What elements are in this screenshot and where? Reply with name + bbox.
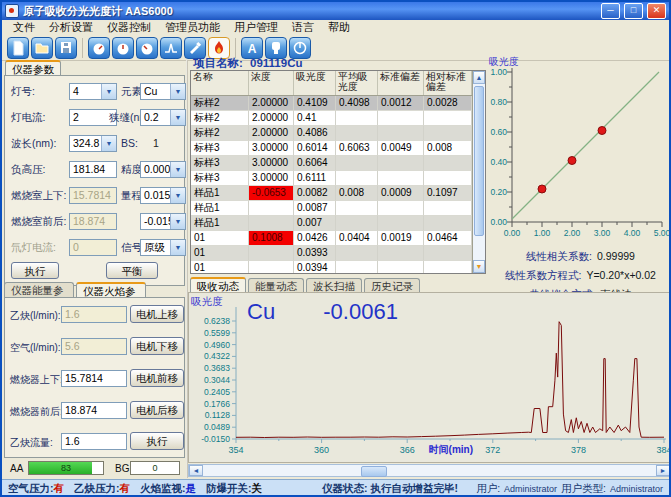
wavelength-scan-button[interactable]: [160, 37, 182, 59]
d2-lamp-current-label: 氘灯电流:: [11, 241, 56, 255]
chevron-down-icon[interactable]: ▼: [101, 84, 116, 99]
menu-item[interactable]: 语言: [285, 20, 321, 35]
chevron-down-icon[interactable]: ▼: [170, 110, 185, 125]
motor-back-button[interactable]: 电机后移: [130, 401, 184, 419]
table-cell: [378, 126, 424, 141]
table-cell: 0.1097: [424, 186, 472, 201]
scroll-down-icon[interactable]: ▼: [473, 260, 485, 273]
range-offset-combo[interactable]: -0.0150▼: [140, 213, 186, 230]
burner-frontback-field[interactable]: 18.874: [61, 402, 127, 419]
table-row[interactable]: 标样22.000000.41090.40980.00120.0028: [191, 96, 472, 111]
burner-updown-label: 燃烧器上下:: [10, 373, 63, 387]
chevron-down-icon[interactable]: ▼: [170, 188, 185, 203]
lamp-gauge-icon: [91, 40, 107, 56]
save-button[interactable]: [55, 37, 77, 59]
table-row[interactable]: 010.0394: [191, 261, 472, 274]
dynamics-x-label: 时间(min): [429, 444, 473, 455]
status-flag: 空气压力:有: [8, 482, 64, 496]
table-cell: [336, 201, 378, 216]
table-cell: 0.41: [294, 111, 336, 126]
chart-horizontal-scrollbar[interactable]: ◄ ►: [188, 464, 671, 477]
svg-text:3.00: 3.00: [594, 228, 611, 238]
table-row[interactable]: 样品10.0087: [191, 201, 472, 216]
table-row[interactable]: 010.10080.04260.04040.00190.0464: [191, 231, 472, 246]
flame-execute-button[interactable]: 执行: [130, 432, 184, 450]
svg-text:0.60: 0.60: [490, 127, 507, 137]
close-button[interactable]: ✕: [647, 3, 666, 19]
burner-updown-field[interactable]: 15.7814: [61, 370, 127, 387]
chevron-down-icon[interactable]: ▼: [101, 136, 116, 151]
equation-label: 线性系数方程式:: [505, 269, 581, 283]
scroll-left-icon[interactable]: ◄: [189, 465, 203, 476]
table-row[interactable]: 标样22.000000.4086: [191, 126, 472, 141]
scroll-right-icon[interactable]: ►: [656, 465, 670, 476]
scroll-up-icon[interactable]: ▲: [473, 71, 485, 84]
open-file-button[interactable]: [31, 37, 53, 59]
project-row: 项目名称: 091119Cu: [193, 56, 302, 71]
table-vertical-scrollbar[interactable]: ▲ ▼: [472, 71, 485, 273]
slit-value: 0.2: [141, 110, 170, 125]
table-cell: 0.0087: [294, 201, 336, 216]
slit-combo[interactable]: 0.2▼: [140, 109, 186, 126]
svg-text:0.2405: 0.2405: [204, 387, 230, 397]
menu-item[interactable]: 管理员功能: [158, 20, 227, 35]
tab-energy-params[interactable]: 仪器能量参数: [4, 282, 74, 297]
signal-combo[interactable]: 原级▼: [140, 239, 186, 256]
hscrollbar-thumb[interactable]: [361, 466, 387, 477]
chevron-down-icon[interactable]: ▼: [170, 214, 185, 229]
menu-item[interactable]: 文件: [6, 20, 42, 35]
table-row[interactable]: 标样33.000000.6064: [191, 156, 472, 171]
column-header: 名称: [191, 71, 249, 95]
gain-gauge-button[interactable]: [136, 37, 158, 59]
maximize-button[interactable]: □: [624, 3, 643, 19]
instrument-params-panel: 灯号:4▼元素:Cu▼灯电流:2狭缝(nm):0.2▼波长(nm):324.8▼…: [4, 75, 185, 286]
table-row[interactable]: 标样22.000000.41: [191, 111, 472, 126]
bs-value: 1: [153, 137, 159, 149]
equation-value: Y=0.20*x+0.02: [586, 269, 655, 283]
menu-item[interactable]: 帮助: [321, 20, 357, 35]
table-row[interactable]: 样品10.007: [191, 216, 472, 231]
minimize-button[interactable]: ─: [601, 3, 620, 19]
svg-text:1.00: 1.00: [490, 67, 507, 77]
svg-text:0.3683: 0.3683: [204, 363, 230, 373]
wavelength-combo[interactable]: 324.8▼: [69, 135, 117, 152]
menu-bar: 文件分析设置仪器控制管理员功能用户管理语言帮助: [2, 20, 669, 36]
motor-down-button[interactable]: 电机下移: [130, 337, 184, 355]
wavelength-peak-icon: [163, 40, 179, 56]
acetylene-flowrate-field[interactable]: 1.6: [61, 433, 127, 450]
energy-gauge-button[interactable]: [112, 37, 134, 59]
balance-button[interactable]: 平衡: [106, 262, 158, 279]
chevron-down-icon[interactable]: ▼: [170, 240, 185, 255]
table-cell: 0.4109: [294, 96, 336, 111]
table-row[interactable]: 标样33.000000.6111: [191, 171, 472, 186]
lamp-gauge-button[interactable]: [88, 37, 110, 59]
execute-button[interactable]: 执行: [11, 262, 59, 279]
lamp-number-combo[interactable]: 4▼: [69, 83, 117, 100]
menu-item[interactable]: 分析设置: [42, 20, 100, 35]
motor-forward-button[interactable]: 电机前移: [130, 369, 184, 387]
tab-absorbance-dynamics[interactable]: 吸收动态: [190, 277, 246, 293]
tab-flame-params[interactable]: 仪器火焰参数: [76, 282, 146, 297]
scrollbar-thumb[interactable]: [474, 86, 484, 236]
element-combo[interactable]: Cu▼: [140, 83, 186, 100]
menu-item[interactable]: 用户管理: [227, 20, 285, 35]
project-label: 项目名称:: [193, 57, 243, 69]
table-cell: [424, 201, 472, 216]
table-row[interactable]: 010.0393: [191, 246, 472, 261]
chevron-down-icon[interactable]: ▼: [170, 162, 185, 177]
table-row[interactable]: 样品1-0.06530.00820.0080.00090.1097: [191, 186, 472, 201]
negative-hv-field[interactable]: 181.84: [69, 161, 117, 178]
open-folder-icon: [34, 40, 50, 56]
table-cell: 样品1: [191, 186, 249, 201]
precision-combo[interactable]: 0.0000▼: [140, 161, 186, 178]
range-combo[interactable]: 0.0150▼: [140, 187, 186, 204]
motor-up-button[interactable]: 电机上移: [130, 305, 184, 323]
tab-instrument-params[interactable]: 仪器参数: [5, 60, 61, 75]
menu-item[interactable]: 仪器控制: [100, 20, 158, 35]
table-row[interactable]: 标样33.000000.60140.60630.00490.008: [191, 141, 472, 156]
burner-horizontal-field: 18.874: [69, 213, 117, 230]
chevron-down-icon[interactable]: ▼: [170, 84, 185, 99]
new-file-button[interactable]: [7, 37, 29, 59]
svg-text:360: 360: [314, 445, 329, 455]
save-icon: [58, 40, 74, 56]
